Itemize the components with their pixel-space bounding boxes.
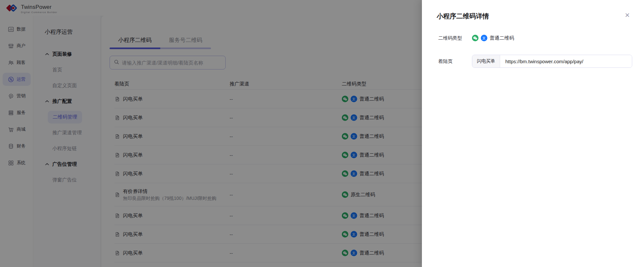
svg-text:支: 支 [482,36,486,40]
field-qr-type: 二维码类型 支 普通二维码 [438,35,514,41]
qrcode-detail-drawer: 小程序二维码详情 ✕ 二维码类型 支 普通二维码 着陆页 闪电买单 [422,0,644,267]
landing-page-prefix: 闪电买单 [472,55,500,67]
close-icon[interactable]: ✕ [623,11,632,19]
landing-url-input-group: 闪电买单 [472,55,632,68]
field-label: 着陆页 [438,58,472,65]
qr-platform-icons: 支 [472,35,487,41]
qr-type-value: 普通二维码 [490,35,514,41]
qr-alipay-icon: 支 [481,35,487,41]
field-label: 二维码类型 [438,35,472,41]
qr-wechat-icon [472,35,479,41]
field-landing-page: 着陆页 闪电买单 [438,55,632,68]
app-root: TwinsPower Digital Commerce Builder 数据商户… [0,0,644,267]
landing-url-input[interactable] [500,55,632,67]
drawer-title: 小程序二维码详情 [437,12,489,21]
